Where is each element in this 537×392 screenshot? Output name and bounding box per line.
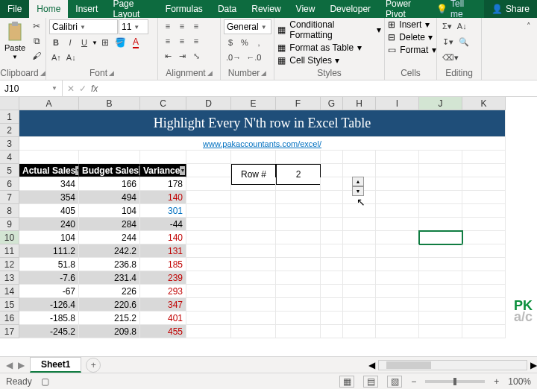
cell[interactable] <box>419 177 462 191</box>
cancel-icon[interactable]: ✕ <box>67 83 75 94</box>
enter-icon[interactable]: ✓ <box>79 83 87 94</box>
autosum-button[interactable]: Σ▾ <box>440 19 454 33</box>
row-header-9[interactable]: 9 <box>0 218 19 231</box>
col-header-H[interactable]: H <box>343 97 376 110</box>
tab-prev[interactable]: ◀ <box>6 360 13 370</box>
conditional-formatting-button[interactable]: ▦ Conditional Formatting ▾ <box>277 19 381 40</box>
cell[interactable] <box>343 325 376 338</box>
cell[interactable]: 236.8 <box>79 258 140 271</box>
font-name-combo[interactable]: Calibri▼ <box>49 19 118 34</box>
cell[interactable] <box>376 312 419 325</box>
cell[interactable] <box>231 191 276 204</box>
fill-color-button[interactable]: 🪣 <box>113 36 128 49</box>
cell[interactable] <box>276 312 321 325</box>
cell[interactable]: 301 <box>140 204 186 218</box>
cell[interactable] <box>376 325 419 338</box>
cell[interactable] <box>343 218 376 231</box>
cell[interactable]: 354 <box>19 191 79 204</box>
cell[interactable]: -44 <box>140 218 186 231</box>
new-sheet-button[interactable]: + <box>86 358 101 373</box>
cell[interactable] <box>321 151 343 164</box>
cell[interactable]: 344 <box>19 177 79 191</box>
shrink-font-button[interactable]: A↓ <box>64 51 78 64</box>
cell[interactable]: -67 <box>19 285 79 298</box>
bold-button[interactable]: B <box>49 36 63 49</box>
cell[interactable] <box>343 151 376 164</box>
cell[interactable] <box>376 191 419 204</box>
cell[interactable] <box>231 312 276 325</box>
row-header-15[interactable]: 15 <box>0 298 19 312</box>
cell[interactable]: 284 <box>79 218 140 231</box>
cell[interactable]: 240 <box>19 218 79 231</box>
cell[interactable] <box>321 285 343 298</box>
col-header-D[interactable]: D <box>186 97 231 110</box>
cell[interactable] <box>231 325 276 338</box>
cell[interactable] <box>231 244 276 258</box>
share-button[interactable]: 👤Share <box>484 0 537 18</box>
insert-cells-button[interactable]: ⊞ Insert ▾ <box>388 19 430 30</box>
row-header-14[interactable]: 14 <box>0 285 19 298</box>
cell[interactable]: 104 <box>79 204 140 218</box>
cell[interactable]: 140 <box>140 231 186 244</box>
cell[interactable] <box>321 244 343 258</box>
cell[interactable]: 226 <box>79 285 140 298</box>
italic-button[interactable]: I <box>63 36 77 49</box>
cell[interactable] <box>343 258 376 271</box>
cell[interactable] <box>231 218 276 231</box>
cell[interactable] <box>321 218 343 231</box>
grow-font-button[interactable]: A↑ <box>49 51 63 64</box>
cell[interactable] <box>186 285 231 298</box>
cell[interactable] <box>419 191 462 204</box>
cell[interactable] <box>343 285 376 298</box>
cell[interactable] <box>343 204 376 218</box>
cell[interactable] <box>462 204 506 218</box>
row-header-12[interactable]: 12 <box>0 258 19 271</box>
spinner-down[interactable]: ▼ <box>352 186 364 196</box>
sort-button[interactable]: A↓ <box>455 19 469 33</box>
col-header-J[interactable]: J <box>419 97 462 110</box>
row-header-17[interactable]: 17 <box>0 325 19 338</box>
delete-cells-button[interactable]: ⊟ Delete ▾ <box>388 32 433 42</box>
alignment-launcher[interactable]: ◢ <box>207 69 213 77</box>
cell[interactable] <box>231 231 276 244</box>
cell[interactable] <box>321 271 343 285</box>
cell[interactable] <box>321 204 343 218</box>
font-launcher[interactable]: ◢ <box>109 69 114 77</box>
cell[interactable] <box>343 244 376 258</box>
cell[interactable]: 244 <box>79 231 140 244</box>
cell[interactable] <box>276 218 321 231</box>
row-header-4[interactable]: 4 <box>0 151 19 164</box>
format-as-table-button[interactable]: ▦ Format as Table ▾ <box>277 42 362 53</box>
cell[interactable]: 401 <box>140 312 186 325</box>
header-actual[interactable]: Actual Sales▼ <box>19 164 79 177</box>
find-button[interactable]: 🔍 <box>456 35 471 48</box>
format-painter-button[interactable]: 🖌 <box>30 49 43 63</box>
col-header-F[interactable]: F <box>276 97 321 110</box>
cell[interactable]: -126.4 <box>19 298 79 312</box>
cell[interactable] <box>419 298 462 312</box>
cell[interactable] <box>276 298 321 312</box>
format-cells-button[interactable]: ▭ Format ▾ <box>388 45 436 55</box>
cell[interactable] <box>231 285 276 298</box>
align-center-button[interactable]: ≡ <box>175 34 189 48</box>
cell[interactable] <box>462 231 506 244</box>
decrease-indent-button[interactable]: ⇤ <box>161 49 175 63</box>
cell[interactable] <box>276 151 321 164</box>
col-header-A[interactable]: A <box>19 97 79 110</box>
row-header-13[interactable]: 13 <box>0 271 19 285</box>
cell[interactable] <box>419 204 462 218</box>
cell[interactable] <box>462 325 506 338</box>
cell[interactable] <box>462 218 506 231</box>
cell[interactable] <box>343 271 376 285</box>
row-header-3[interactable]: 3 <box>0 137 19 151</box>
cell[interactable] <box>376 164 419 177</box>
align-left-button[interactable]: ≡ <box>161 34 175 48</box>
row-header-16[interactable]: 16 <box>0 312 19 325</box>
cell[interactable] <box>79 151 140 164</box>
cell[interactable] <box>276 325 321 338</box>
cell[interactable] <box>276 244 321 258</box>
cell[interactable] <box>276 191 321 204</box>
cell[interactable] <box>376 244 419 258</box>
decrease-decimal-button[interactable]: ←.0 <box>244 51 263 64</box>
cell[interactable] <box>376 231 419 244</box>
